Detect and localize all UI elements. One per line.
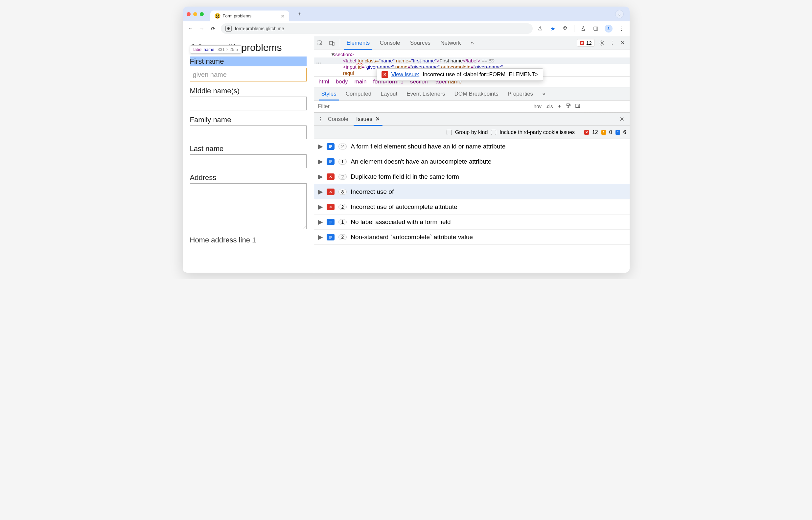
extensions-icon[interactable] (562, 25, 569, 32)
issue-row[interactable]: ▶2Non-standard `autocomplete` attribute … (314, 230, 630, 245)
expand-caret-icon[interactable]: ▶ (318, 233, 323, 241)
issue-row[interactable]: ▶1An element doesn't have an autocomplet… (314, 154, 630, 169)
expand-caret-icon[interactable]: ▶ (318, 173, 323, 180)
drawer-tab-console[interactable]: Console (324, 113, 352, 126)
tab-network[interactable]: Network (436, 36, 465, 50)
expand-caret-icon[interactable]: ▶ (318, 218, 323, 226)
side-panel-icon[interactable] (592, 25, 600, 32)
tab-event-listeners[interactable]: Event Listeners (402, 87, 450, 101)
reload-button[interactable]: ⟳ (210, 25, 217, 32)
svg-rect-12 (329, 146, 332, 147)
tab-sources[interactable]: Sources (406, 36, 435, 50)
middle-name-input[interactable] (190, 97, 307, 110)
issue-row[interactable]: ▶2Duplicate form field id in the same fo… (314, 169, 630, 184)
address-textarea[interactable] (190, 183, 307, 229)
issues-list: ▶2A form field element should have an id… (314, 139, 630, 245)
issue-count: 2 (338, 234, 347, 240)
labs-icon[interactable] (580, 25, 587, 32)
site-settings-icon[interactable]: ⚙ (225, 26, 232, 31)
hov-toggle[interactable]: :hov (532, 103, 541, 109)
tab-dom-breakpoints[interactable]: DOM Breakpoints (450, 87, 503, 101)
back-button[interactable]: ← (187, 25, 195, 32)
expand-caret-icon[interactable]: ▶ (318, 188, 323, 196)
expand-caret-icon[interactable]: ▶ (318, 158, 323, 165)
issue-row[interactable]: ▶1No label associated with a form field (314, 214, 630, 230)
tab-properties[interactable]: Properties (503, 87, 538, 101)
svg-rect-21 (329, 237, 332, 237)
new-style-icon[interactable]: ＋ (557, 103, 562, 109)
error-badge[interactable]: ✕12 (577, 39, 595, 47)
computed-pane-icon[interactable] (575, 103, 580, 109)
issue-type-icon (327, 219, 334, 225)
tab-styles[interactable]: Styles (317, 87, 341, 101)
issue-title: Incorrect use of (351, 188, 394, 196)
last-name-input[interactable] (190, 154, 307, 168)
issue-row[interactable]: ▶2A form field element should have an id… (314, 139, 630, 154)
drawer-menu-icon[interactable]: ⋮ (317, 115, 324, 123)
toolbar-right: ★ ⋮ (537, 25, 625, 32)
svg-point-6 (601, 42, 602, 44)
third-party-checkbox[interactable] (491, 130, 496, 135)
drawer-tabs: ⋮ Console Issues ✕ ✕ (314, 113, 630, 126)
minimize-window-button[interactable] (193, 12, 197, 16)
issue-popup-text: Incorrect use of <label for=FORM_ELEMENT… (423, 71, 538, 78)
settings-gear-icon[interactable] (598, 40, 605, 47)
tab-console[interactable]: Console (375, 36, 405, 50)
view-issue-link[interactable]: View issue: (391, 71, 420, 78)
expand-caret-icon[interactable]: ▶ (318, 142, 323, 150)
error-count-icon: ✕ (584, 130, 589, 135)
issue-row[interactable]: ▶8Incorrect use of (314, 184, 630, 200)
forward-button[interactable]: → (199, 25, 206, 32)
third-party-label: Include third-party cookie issues (500, 129, 575, 135)
selected-dom-node[interactable]: <label for class="name" name="first-name… (314, 57, 630, 64)
paint-icon[interactable] (566, 103, 571, 109)
tabs-overflow-icon[interactable]: » (466, 36, 478, 50)
window-controls (187, 12, 204, 16)
devtools-close-icon[interactable]: ✕ (619, 40, 626, 47)
styles-overflow-icon[interactable]: » (538, 87, 550, 101)
svg-rect-20 (329, 236, 332, 236)
tab-layout[interactable]: Layout (376, 87, 402, 101)
tab-elements[interactable]: Elements (342, 36, 375, 50)
issues-toolbar: Group by kind Include third-party cookie… (314, 126, 630, 139)
tab-title: Form problems (223, 14, 278, 18)
device-toolbar-icon[interactable] (326, 40, 338, 46)
bookmark-star-icon[interactable]: ★ (549, 25, 556, 32)
browser-tab[interactable]: 😩 Form problems ✕ (210, 10, 289, 22)
issue-type-icon (327, 188, 334, 195)
last-name-label: Last name (190, 145, 224, 153)
url-text: form-problems.glitch.me (235, 26, 284, 31)
issue-row[interactable]: ▶2Incorrect use of autocomplete attribut… (314, 200, 630, 214)
devtools-top-bar: Elements Console Sources Network » ✕12 ⋮… (314, 36, 630, 50)
new-tab-button[interactable]: ＋ (295, 9, 304, 19)
svg-rect-19 (329, 223, 331, 224)
dom-tree[interactable]: ⋯ ▼<section> <label for class="name" nam… (314, 50, 630, 76)
svg-rect-15 (329, 161, 332, 162)
devtools-menu-icon[interactable]: ⋮ (609, 40, 616, 47)
svg-rect-18 (329, 222, 332, 223)
issue-count: 2 (338, 144, 347, 150)
family-name-input[interactable] (190, 126, 307, 139)
drawer-close-icon[interactable]: ✕ (617, 115, 627, 123)
styles-filter-input[interactable] (314, 103, 529, 109)
tab-computed[interactable]: Computed (341, 87, 376, 101)
drawer-tab-issues[interactable]: Issues ✕ (352, 113, 384, 126)
address-bar[interactable]: ⚙ form-problems.glitch.me (221, 23, 533, 34)
first-name-input[interactable] (190, 68, 307, 81)
tabs-menu-button[interactable]: ⌄ (615, 10, 624, 18)
group-by-kind-checkbox[interactable] (447, 130, 452, 135)
collapsed-ancestors-icon[interactable]: ⋯ (316, 60, 321, 66)
group-by-kind-label: Group by kind (455, 129, 488, 135)
cls-toggle[interactable]: .cls (545, 103, 553, 109)
close-tab-icon[interactable]: ✕ (281, 14, 285, 19)
close-window-button[interactable] (187, 12, 191, 16)
issue-type-icon (327, 234, 334, 240)
maximize-window-button[interactable] (200, 12, 204, 16)
svg-point-2 (608, 27, 609, 29)
inspect-element-icon[interactable] (314, 40, 326, 46)
share-icon[interactable] (537, 25, 544, 32)
menu-kebab-icon[interactable]: ⋮ (618, 25, 625, 32)
expand-caret-icon[interactable]: ▶ (318, 203, 323, 211)
close-issues-tab-icon[interactable]: ✕ (375, 115, 380, 123)
profile-avatar-icon[interactable] (605, 25, 612, 32)
